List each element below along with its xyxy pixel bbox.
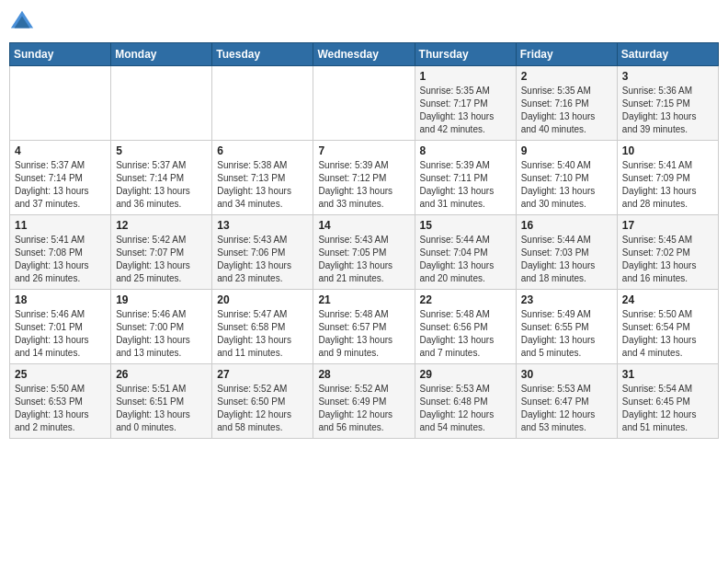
day-info: Sunrise: 5:39 AM Sunset: 7:11 PM Dayligh… xyxy=(420,159,511,211)
day-number: 7 xyxy=(318,144,409,157)
day-info: Sunrise: 5:44 AM Sunset: 7:04 PM Dayligh… xyxy=(420,234,511,285)
day-number: 14 xyxy=(318,219,409,232)
weekday-header-monday: Monday xyxy=(111,43,212,66)
calendar-week-row: 11Sunrise: 5:41 AM Sunset: 7:08 PM Dayli… xyxy=(10,215,719,290)
calendar-cell: 19Sunrise: 5:46 AM Sunset: 7:00 PM Dayli… xyxy=(111,290,212,364)
day-info: Sunrise: 5:48 AM Sunset: 6:56 PM Dayligh… xyxy=(420,308,511,360)
day-number: 6 xyxy=(217,144,308,157)
calendar-cell: 21Sunrise: 5:48 AM Sunset: 6:57 PM Dayli… xyxy=(313,290,415,364)
weekday-header-wednesday: Wednesday xyxy=(313,43,415,66)
day-number: 3 xyxy=(622,70,713,83)
day-number: 26 xyxy=(116,368,207,381)
day-info: Sunrise: 5:39 AM Sunset: 7:12 PM Dayligh… xyxy=(318,159,409,211)
calendar-cell: 4Sunrise: 5:37 AM Sunset: 7:14 PM Daylig… xyxy=(10,141,111,215)
calendar-body: 1Sunrise: 5:35 AM Sunset: 7:17 PM Daylig… xyxy=(10,66,719,439)
calendar-cell: 5Sunrise: 5:37 AM Sunset: 7:14 PM Daylig… xyxy=(111,141,212,215)
calendar-week-row: 18Sunrise: 5:46 AM Sunset: 7:01 PM Dayli… xyxy=(10,290,719,364)
day-info: Sunrise: 5:54 AM Sunset: 6:45 PM Dayligh… xyxy=(622,383,713,434)
calendar-table: SundayMondayTuesdayWednesdayThursdayFrid… xyxy=(9,42,719,439)
day-number: 2 xyxy=(521,70,612,83)
calendar-cell: 15Sunrise: 5:44 AM Sunset: 7:04 PM Dayli… xyxy=(415,215,516,290)
day-info: Sunrise: 5:38 AM Sunset: 7:13 PM Dayligh… xyxy=(217,159,308,211)
day-number: 21 xyxy=(318,293,409,306)
day-number: 12 xyxy=(116,219,207,232)
day-number: 11 xyxy=(15,219,106,232)
day-info: Sunrise: 5:40 AM Sunset: 7:10 PM Dayligh… xyxy=(521,159,612,211)
day-number: 8 xyxy=(420,144,511,157)
day-info: Sunrise: 5:52 AM Sunset: 6:49 PM Dayligh… xyxy=(318,383,409,434)
day-number: 19 xyxy=(116,293,207,306)
calendar-cell: 16Sunrise: 5:44 AM Sunset: 7:03 PM Dayli… xyxy=(516,215,617,290)
calendar-cell: 29Sunrise: 5:53 AM Sunset: 6:48 PM Dayli… xyxy=(415,364,516,439)
day-number: 13 xyxy=(217,219,308,232)
calendar-cell xyxy=(10,66,111,141)
calendar-cell: 24Sunrise: 5:50 AM Sunset: 6:54 PM Dayli… xyxy=(617,290,718,364)
day-info: Sunrise: 5:52 AM Sunset: 6:50 PM Dayligh… xyxy=(217,383,308,434)
day-info: Sunrise: 5:43 AM Sunset: 7:05 PM Dayligh… xyxy=(318,234,409,285)
day-info: Sunrise: 5:53 AM Sunset: 6:48 PM Dayligh… xyxy=(420,383,511,434)
calendar-cell: 27Sunrise: 5:52 AM Sunset: 6:50 PM Dayli… xyxy=(212,364,313,439)
day-number: 5 xyxy=(116,144,207,157)
calendar-cell: 30Sunrise: 5:53 AM Sunset: 6:47 PM Dayli… xyxy=(516,364,617,439)
calendar-cell: 6Sunrise: 5:38 AM Sunset: 7:13 PM Daylig… xyxy=(212,141,313,215)
day-number: 17 xyxy=(622,219,713,232)
weekday-header-saturday: Saturday xyxy=(617,43,718,66)
day-info: Sunrise: 5:44 AM Sunset: 7:03 PM Dayligh… xyxy=(521,234,612,285)
day-info: Sunrise: 5:50 AM Sunset: 6:54 PM Dayligh… xyxy=(622,308,713,360)
calendar-cell: 31Sunrise: 5:54 AM Sunset: 6:45 PM Dayli… xyxy=(617,364,718,439)
day-info: Sunrise: 5:37 AM Sunset: 7:14 PM Dayligh… xyxy=(116,159,207,211)
calendar-cell: 11Sunrise: 5:41 AM Sunset: 7:08 PM Dayli… xyxy=(10,215,111,290)
day-info: Sunrise: 5:46 AM Sunset: 7:01 PM Dayligh… xyxy=(15,308,106,360)
calendar-cell: 3Sunrise: 5:36 AM Sunset: 7:15 PM Daylig… xyxy=(617,66,718,141)
day-number: 30 xyxy=(521,368,612,381)
day-number: 1 xyxy=(420,70,511,83)
day-info: Sunrise: 5:45 AM Sunset: 7:02 PM Dayligh… xyxy=(622,234,713,285)
logo xyxy=(9,9,39,35)
calendar-cell: 23Sunrise: 5:49 AM Sunset: 6:55 PM Dayli… xyxy=(516,290,617,364)
calendar-cell: 1Sunrise: 5:35 AM Sunset: 7:17 PM Daylig… xyxy=(415,66,516,141)
day-info: Sunrise: 5:41 AM Sunset: 7:09 PM Dayligh… xyxy=(622,159,713,211)
day-info: Sunrise: 5:47 AM Sunset: 6:58 PM Dayligh… xyxy=(217,308,308,360)
logo-icon xyxy=(9,9,35,35)
calendar-cell: 17Sunrise: 5:45 AM Sunset: 7:02 PM Dayli… xyxy=(617,215,718,290)
calendar-cell: 8Sunrise: 5:39 AM Sunset: 7:11 PM Daylig… xyxy=(415,141,516,215)
weekday-header-sunday: Sunday xyxy=(10,43,111,66)
calendar-cell: 9Sunrise: 5:40 AM Sunset: 7:10 PM Daylig… xyxy=(516,141,617,215)
calendar-week-row: 1Sunrise: 5:35 AM Sunset: 7:17 PM Daylig… xyxy=(10,66,719,141)
day-info: Sunrise: 5:36 AM Sunset: 7:15 PM Dayligh… xyxy=(622,85,713,136)
calendar-cell: 7Sunrise: 5:39 AM Sunset: 7:12 PM Daylig… xyxy=(313,141,415,215)
day-number: 20 xyxy=(217,293,308,306)
calendar-cell: 25Sunrise: 5:50 AM Sunset: 6:53 PM Dayli… xyxy=(10,364,111,439)
day-info: Sunrise: 5:53 AM Sunset: 6:47 PM Dayligh… xyxy=(521,383,612,434)
day-info: Sunrise: 5:35 AM Sunset: 7:16 PM Dayligh… xyxy=(521,85,612,136)
calendar-cell: 14Sunrise: 5:43 AM Sunset: 7:05 PM Dayli… xyxy=(313,215,415,290)
day-number: 4 xyxy=(15,144,106,157)
weekday-header-tuesday: Tuesday xyxy=(212,43,313,66)
calendar-cell: 20Sunrise: 5:47 AM Sunset: 6:58 PM Dayli… xyxy=(212,290,313,364)
day-number: 24 xyxy=(622,293,713,306)
calendar-cell: 12Sunrise: 5:42 AM Sunset: 7:07 PM Dayli… xyxy=(111,215,212,290)
day-number: 25 xyxy=(15,368,106,381)
calendar-cell: 10Sunrise: 5:41 AM Sunset: 7:09 PM Dayli… xyxy=(617,141,718,215)
day-number: 10 xyxy=(622,144,713,157)
calendar-cell xyxy=(313,66,415,141)
calendar-cell: 2Sunrise: 5:35 AM Sunset: 7:16 PM Daylig… xyxy=(516,66,617,141)
day-info: Sunrise: 5:37 AM Sunset: 7:14 PM Dayligh… xyxy=(15,159,106,211)
day-info: Sunrise: 5:46 AM Sunset: 7:00 PM Dayligh… xyxy=(116,308,207,360)
day-number: 28 xyxy=(318,368,409,381)
day-info: Sunrise: 5:49 AM Sunset: 6:55 PM Dayligh… xyxy=(521,308,612,360)
day-number: 31 xyxy=(622,368,713,381)
calendar-cell xyxy=(111,66,212,141)
day-number: 29 xyxy=(420,368,511,381)
day-info: Sunrise: 5:42 AM Sunset: 7:07 PM Dayligh… xyxy=(116,234,207,285)
calendar-cell: 22Sunrise: 5:48 AM Sunset: 6:56 PM Dayli… xyxy=(415,290,516,364)
calendar-header: SundayMondayTuesdayWednesdayThursdayFrid… xyxy=(10,43,719,66)
day-number: 9 xyxy=(521,144,612,157)
day-info: Sunrise: 5:43 AM Sunset: 7:06 PM Dayligh… xyxy=(217,234,308,285)
day-info: Sunrise: 5:41 AM Sunset: 7:08 PM Dayligh… xyxy=(15,234,106,285)
day-number: 18 xyxy=(15,293,106,306)
calendar-cell xyxy=(212,66,313,141)
day-number: 27 xyxy=(217,368,308,381)
calendar-cell: 18Sunrise: 5:46 AM Sunset: 7:01 PM Dayli… xyxy=(10,290,111,364)
day-info: Sunrise: 5:50 AM Sunset: 6:53 PM Dayligh… xyxy=(15,383,106,434)
